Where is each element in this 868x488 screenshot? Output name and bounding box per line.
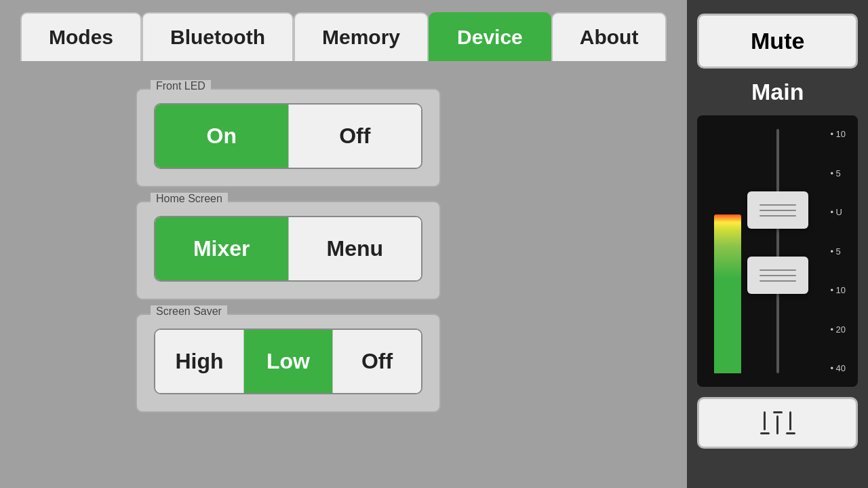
sidebar: Mute Main • 10 • 5 • U • 5 • 10 [687, 0, 868, 488]
main-area: Modes Bluetooth Memory Device About Fron… [0, 0, 687, 488]
fader-line-4 [760, 269, 796, 271]
fader-line-1 [760, 204, 796, 206]
scale: • 10 • 5 • U • 5 • 10 • 20 • 40 [830, 129, 846, 373]
scale-5-bot: • 5 [830, 246, 846, 257]
mute-button[interactable]: Mute [697, 14, 858, 69]
fader-line-2 [760, 210, 796, 211]
front-led-toggle: On Off [154, 103, 422, 169]
front-led-group: Front LED On Off [136, 88, 441, 187]
mixer-icon [760, 411, 795, 434]
screen-saver-toggle: High Low Off [154, 329, 422, 394]
scale-20: • 20 [830, 324, 846, 335]
home-screen-group: Home Screen Mixer Menu [136, 201, 441, 300]
tab-bluetooth[interactable]: Bluetooth [142, 12, 294, 61]
vu-bar [714, 214, 741, 373]
v-line-2 [776, 415, 778, 434]
fader-handle-lower[interactable] [747, 257, 808, 294]
screen-saver-label: Screen Saver [151, 305, 227, 318]
scale-u: • U [830, 207, 846, 217]
mixer-settings-button[interactable] [697, 397, 858, 449]
front-led-on-button[interactable]: On [155, 105, 289, 168]
v-line-1 [764, 411, 766, 430]
vu-meter [714, 129, 741, 373]
scale-40: • 40 [830, 363, 846, 373]
screen-saver-high-button[interactable]: High [155, 330, 244, 393]
fader-handle-upper[interactable] [747, 191, 808, 229]
v-line-3 [789, 411, 791, 430]
tab-about[interactable]: About [551, 12, 667, 61]
tab-bar: Modes Bluetooth Memory Device About [0, 0, 687, 61]
slider-3 [786, 411, 795, 434]
slider-1 [760, 411, 770, 434]
tab-device[interactable]: Device [429, 12, 551, 61]
front-led-off-button[interactable]: Off [289, 105, 422, 168]
h-tick-1 [760, 432, 770, 434]
fader-line-3 [760, 215, 796, 217]
content-area: Front LED On Off Home Screen Mixer Menu … [0, 61, 687, 488]
scale-5-top: • 5 [830, 168, 846, 179]
h-tick-3 [786, 432, 795, 434]
fader-line-6 [760, 280, 796, 282]
screen-saver-group: Screen Saver High Low Off [136, 314, 441, 413]
slider-2 [773, 411, 783, 434]
screen-saver-off-button[interactable]: Off [333, 330, 421, 393]
front-led-label: Front LED [151, 80, 211, 92]
main-label: Main [751, 79, 804, 105]
home-screen-mixer-button[interactable]: Mixer [155, 217, 289, 280]
h-tick-2 [773, 411, 783, 413]
fader-line-5 [760, 275, 796, 276]
home-screen-menu-button[interactable]: Menu [289, 217, 422, 280]
scale-10-top: • 10 [830, 129, 846, 139]
fader-container: • 10 • 5 • U • 5 • 10 • 20 • 40 [697, 115, 858, 387]
tab-memory[interactable]: Memory [294, 12, 429, 61]
fader-track [776, 129, 779, 373]
home-screen-label: Home Screen [151, 193, 228, 205]
scale-10-bot: • 10 [830, 285, 846, 295]
tab-modes[interactable]: Modes [20, 12, 142, 61]
home-screen-toggle: Mixer Menu [154, 216, 422, 282]
screen-saver-low-button[interactable]: Low [244, 330, 333, 393]
